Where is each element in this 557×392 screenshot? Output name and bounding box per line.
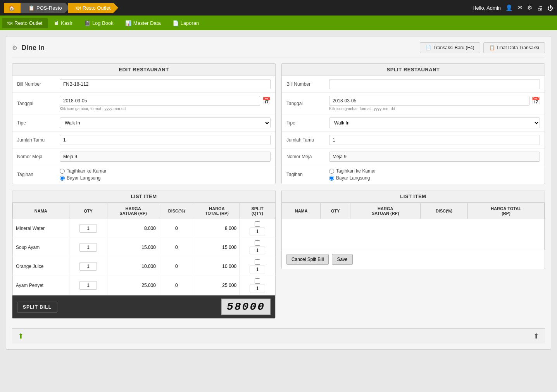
user-icon[interactable]: 👤 [505, 4, 513, 11]
breadcrumb-resto-outlet[interactable]: 🍽 Resto Outlet [68, 3, 118, 13]
split-checkbox-3[interactable] [255, 278, 260, 284]
split-form-table: Bill Number Tanggal 📅 [282, 76, 545, 184]
cancel-split-button[interactable]: Cancel Split Bill [286, 254, 329, 265]
nav-kasir[interactable]: 🖩 Kasir [48, 18, 78, 28]
tagihan-label: Tagihan [12, 165, 55, 184]
date-input[interactable] [60, 96, 260, 106]
settings-icon[interactable]: ⚙ [12, 44, 17, 52]
edit-restaurant-header: EDIT RESTAURANT [12, 64, 275, 76]
item-harga-total-0: 8.000 [194, 219, 240, 238]
nav-masterdata[interactable]: 📊 Master Data [120, 18, 166, 28]
split-qty-input-1[interactable] [250, 247, 265, 254]
split-qty-input-0[interactable] [250, 228, 265, 235]
nomor-meja-row: Nomor Meja [12, 149, 275, 165]
col-split: SPLIT(QTY) [240, 203, 275, 219]
item-harga-satuan-0: 8.000 [107, 219, 159, 238]
total-display: 58000 [221, 299, 271, 315]
item-split-cell-3 [240, 276, 275, 295]
item-name-3: Ayam Penyet [13, 276, 69, 295]
nav-laporan[interactable]: 📄 Laporan [167, 18, 205, 28]
list-footer: SPLIT BILL 58000 [12, 295, 275, 318]
item-harga-satuan-2: 10.000 [107, 257, 159, 276]
split-date-input[interactable] [329, 96, 529, 106]
list-item-right-table: NAMA QTY HARGASATUAN (RP) DISC(%) HARGA … [282, 203, 545, 250]
bill-number-input[interactable] [60, 79, 271, 89]
split-col-harga-satuan: HARGASATUAN (RP) [350, 203, 421, 219]
list-item-left-table: NAMA QTY HARGASATUAN (RP) DISC(%) HARGAT… [12, 203, 275, 295]
edit-restaurant-section: EDIT RESTAURANT Bill Number Tanggal [12, 63, 276, 184]
split-qty-input-3[interactable] [250, 285, 265, 292]
right-column: SPLIT RESTAURANT Bill Number Tanggal [281, 63, 545, 325]
split-qty-input-2[interactable] [250, 266, 265, 273]
breadcrumb: 🏠 📋 POS-Resto 🍽 Resto Outlet [4, 3, 118, 13]
tipe-row: Tipe Walk In Reservation [12, 114, 275, 132]
split-jumlah-tamu-input[interactable] [329, 135, 540, 145]
print-icon[interactable]: 🖨 [537, 5, 543, 11]
nav-logbook[interactable]: 📓 Log Book [79, 18, 119, 28]
list-items-left-body: Mineral Water 8.000 0 8.000 Soup Ayam 15… [13, 219, 275, 295]
bottom-left-icon[interactable]: ⬆ [18, 332, 24, 340]
item-qty-cell-0 [69, 219, 107, 238]
list-item-right-section: LIST ITEM NAMA QTY HARGASATUAN (RP) DISC… [281, 190, 545, 269]
split-tagihan-label: Tagihan [282, 165, 324, 184]
tagihan-kamar-radio[interactable] [60, 169, 65, 174]
view-transaction-icon: 📋 [489, 45, 495, 50]
split-checkbox-1[interactable] [255, 240, 260, 246]
pos-icon: 📋 [28, 5, 34, 11]
tagihan-langsung-radio[interactable] [60, 176, 65, 181]
power-icon[interactable]: ⏻ [547, 5, 553, 11]
split-tagihan-langsung-radio[interactable] [329, 176, 334, 181]
nomor-meja-label: Nomor Meja [12, 149, 55, 165]
breadcrumb-home[interactable]: 🏠 [4, 3, 22, 13]
save-button[interactable]: Save [332, 254, 352, 265]
split-checkbox-0[interactable] [255, 221, 260, 227]
tagihan-langsung-label[interactable]: Bayar Langsung [60, 175, 271, 181]
split-tanggal-row: Tanggal 📅 Klik icon gambar, format : yyy… [282, 93, 545, 114]
split-calendar-icon[interactable]: 📅 [531, 97, 540, 105]
left-column: EDIT RESTAURANT Bill Number Tanggal [12, 63, 276, 325]
breadcrumb-pos-resto[interactable]: 📋 POS-Resto [21, 3, 70, 13]
split-tagihan-kamar-label[interactable]: Tagihkan ke Kamar [329, 168, 540, 174]
item-disc-0: 0 [159, 219, 194, 238]
view-transaction-button[interactable]: 📋 Lihat Data Transaksi [483, 42, 545, 53]
split-date-hint: Klik icon gambar, format : yyyy-mm-dd [329, 107, 540, 111]
split-checkbox-2[interactable] [255, 259, 260, 265]
col-harga-satuan: HARGASATUAN (RP) [107, 203, 159, 219]
split-nomor-meja-input[interactable] [329, 152, 540, 162]
tipe-select[interactable]: Walk In Reservation [60, 117, 271, 128]
new-transaction-button[interactable]: 📄 Transaksi Baru (F4) [420, 42, 480, 53]
item-qty-input-1[interactable] [79, 243, 97, 252]
item-qty-input-3[interactable] [79, 281, 97, 290]
date-row: 📅 [60, 96, 271, 106]
mail-icon[interactable]: ✉ [517, 4, 523, 11]
tagihan-kamar-label[interactable]: Tagihkan ke Kamar [60, 168, 271, 174]
jumlah-tamu-input[interactable] [60, 135, 271, 145]
calendar-icon[interactable]: 📅 [262, 97, 271, 105]
list-item-row: Soup Ayam 15.000 0 15.000 [13, 238, 275, 257]
split-bill-button[interactable]: SPLIT BILL [17, 302, 57, 313]
item-qty-cell-3 [69, 276, 107, 295]
page-header-left: ⚙ Dine In [12, 44, 45, 52]
edit-form-table: Bill Number Tanggal 📅 [12, 76, 275, 184]
split-tagihan-kamar-radio[interactable] [329, 169, 334, 174]
item-disc-3: 0 [159, 276, 194, 295]
item-disc-2: 0 [159, 257, 194, 276]
split-cell-0 [243, 221, 272, 235]
split-jumlah-tamu-label: Jumlah Tamu [282, 132, 324, 149]
home-icon: 🏠 [9, 5, 15, 11]
bottom-right-icon[interactable]: ⬆ [533, 332, 539, 340]
split-col-nama: NAMA [282, 203, 321, 219]
split-bill-number-input[interactable] [329, 79, 540, 89]
list-item-left-section: LIST ITEM NAMA QTY HARGASATUAN (RP) DISC… [12, 190, 276, 319]
split-tagihan-langsung-label[interactable]: Bayar Langsung [329, 175, 540, 181]
nomor-meja-input[interactable] [60, 152, 271, 162]
list-item-row: Mineral Water 8.000 0 8.000 [13, 219, 275, 238]
nav-resto-outlet[interactable]: 🍽 Resto Outlet [2, 18, 48, 28]
split-tipe-select[interactable]: Walk In Reservation [329, 117, 540, 128]
split-col-qty: QTY [321, 203, 350, 219]
item-qty-input-0[interactable] [79, 224, 97, 233]
item-qty-input-2[interactable] [79, 262, 97, 271]
gear-icon[interactable]: ⚙ [527, 4, 532, 11]
split-tipe-row: Tipe Walk In Reservation [282, 114, 545, 132]
item-disc-1: 0 [159, 238, 194, 257]
